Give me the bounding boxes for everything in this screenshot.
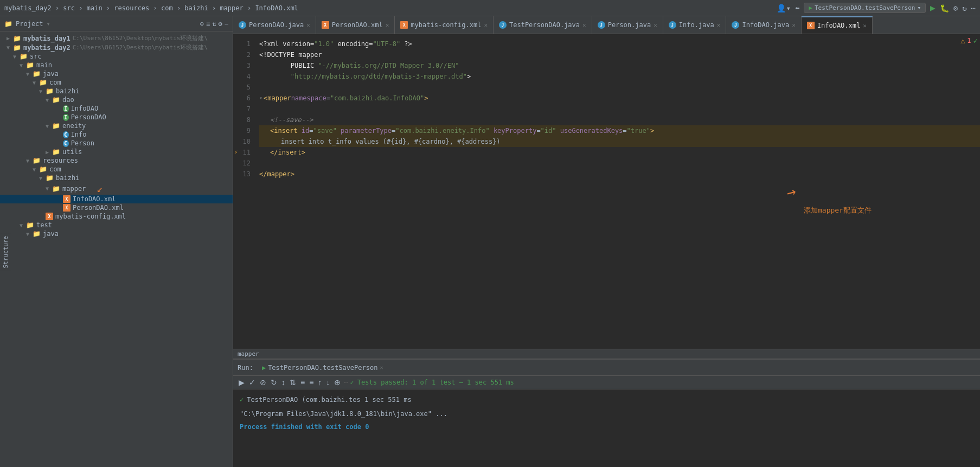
tab-close-icon[interactable]: ✕ [386,22,389,29]
tab-TestPersonDAO-java[interactable]: J TestPersonDAO.java ✕ [494,16,592,34]
sidebar-item-mybatis-config-xml[interactable]: X mybatis-config.xml [0,212,233,221]
sidebar-item-baizhi-resources[interactable]: ▼ 📁 baizhi [0,174,233,182]
tab-close-icon[interactable]: ✕ [717,22,721,29]
tab-close-icon[interactable]: ✕ [792,22,796,29]
sidebar-item-Info[interactable]: C Info [0,130,233,139]
sidebar-item-main[interactable]: ▼ 📁 main [0,61,233,69]
sidebar-item-mybatis-day2[interactable]: ▼ 📁 mybatis_day2 C:\Users\86152\Desktop\… [0,43,233,52]
tab-Info-java[interactable]: J Info.java ✕ [663,16,727,34]
sidebar-add-icon[interactable]: ⊕ [200,20,204,28]
sort-desc-button[interactable]: ⇅ [289,377,297,388]
check-icon: ✓ [350,379,354,386]
profile-icon[interactable]: 👤▾ [777,4,790,12]
line-numbers: 1 2 3 4 5 6 7 8 9 10 11 12 13 [233,34,255,349]
sidebar-item-InfoDAO[interactable]: I InfoDAO [0,104,233,113]
code-text: "http://mybatis.org/dtd/mybatis-3-mapper… [259,71,471,82]
code-line-4: "http://mybatis.org/dtd/mybatis-3-mapper… [259,71,980,82]
stop-button[interactable]: ⊘ [259,377,267,388]
title-bar: mybatis_day2 › src › main › resources › … [0,0,980,16]
run-tab-icon: ▶ [262,364,266,372]
run-separator: ⋯ [344,379,348,386]
sidebar-item-com[interactable]: ▼ 📁 com [0,78,233,87]
tab-close-icon[interactable]: ✕ [654,22,657,29]
sidebar-item-eneity[interactable]: ▼ 📁 eneity [0,121,233,130]
folder-icon: 📁 [26,61,34,69]
sidebar-dropdown[interactable]: ▾ [47,20,50,28]
sidebar-sync-icon[interactable]: ≡ [206,20,210,28]
sidebar-item-PersonDAO[interactable]: I PersonDAO [0,113,233,121]
run-button[interactable]: ▶ [238,377,246,388]
folder-icon: 📁 [52,148,60,156]
sidebar-item-src[interactable]: ▼ 📁 src [0,52,233,61]
sidebar-item-utils[interactable]: ▶ 📁 utils [0,148,233,156]
sidebar-item-com-resources[interactable]: ▼ 📁 com [0,165,233,174]
run-green-icon[interactable]: ▶ [930,3,936,13]
rerun-button[interactable]: ↻ [270,377,278,388]
sidebar-item-java-test[interactable]: ▼ 📁 java [0,229,233,238]
tab-Person-java[interactable]: J Person.java ✕ [592,16,663,34]
tree-label: java [43,230,59,238]
update-icon[interactable]: ↻ [962,4,966,12]
code-line-9: <insert id="save" parameterType="com.bai… [259,125,980,136]
run-tab-close[interactable]: ✕ [380,364,383,370]
sidebar-item-mybatis-day1[interactable]: ▶ 📁 mybatis_day1 C:\Users\86152\Desktop\… [0,34,233,43]
sidebar-item-java[interactable]: ▼ 📁 java [0,69,233,78]
settings-icon[interactable]: ⚙ [953,4,958,12]
sidebar-item-PersonDAO-xml[interactable]: X PersonDAO.xml [0,203,233,212]
sidebar-item-resources[interactable]: ▼ 📁 resources [0,156,233,165]
tab-PersonDAO-java[interactable]: J PersonDAO.java ✕ [233,16,316,34]
sidebar-item-mapper[interactable]: ▼ 📁 mapper ↙ [0,182,233,195]
run-content: ✓ TestPersonDAO (com.baizhi.tes 1 sec 55… [233,389,980,467]
sidebar-header-icons: ⊕ ≡ ⇅ ⚙ − [200,20,228,28]
folder-icon: 📁 [33,157,41,164]
tab-label: Info.java [679,21,714,29]
expand-button[interactable]: ⊕ [333,377,342,388]
back-icon[interactable]: ⬅ [795,4,799,12]
align-right-button[interactable]: ≡ [308,377,315,388]
tree-label: utils [62,148,82,156]
tree-label: Person [71,139,94,147]
debug-icon[interactable]: 🐛 [940,4,949,12]
tree-arrow: ▼ [20,222,26,228]
sidebar-sort-icon[interactable]: ⇅ [212,20,216,28]
run-config[interactable]: ▶ TestPersonDAO.testSavePerson ▾ [804,3,926,13]
folder-icon: 📁 [26,221,34,229]
up-button[interactable]: ↑ [317,377,323,388]
sidebar-item-InfoDAO-xml[interactable]: X InfoDAO.xml [0,195,233,203]
annotation-container: ↗ 添加mapper配置文件 [787,186,872,216]
code-editor[interactable]: <?xml version="1.0" encoding="UTF-8" ?> … [255,34,980,349]
sidebar-minimize-icon[interactable]: − [225,20,228,28]
tab-mybatis-config-xml[interactable]: X mybatis-config.xml ✕ [395,16,494,34]
tab-close-icon[interactable]: ✕ [484,22,488,29]
sidebar-item-test[interactable]: ▼ 📁 test [0,221,233,229]
fold-button[interactable]: ▾ [259,93,262,104]
sidebar-tree: ▶ 📁 mybatis_day1 C:\Users\86152\Desktop\… [0,31,233,467]
folder-icon: 📁 [39,165,47,173]
xml-file-icon: X [807,22,815,29]
tree-arrow: ▼ [46,97,52,103]
tab-label: PersonDAO.java [249,21,304,29]
sort-asc-button[interactable]: ↕ [280,377,286,388]
tab-InfoDAO-xml[interactable]: X InfoDAO.xml ✕ [802,16,873,34]
tab-PersonDAO-xml[interactable]: X PersonDAO.xml ✕ [316,16,395,34]
tab-close-icon[interactable]: ✕ [582,22,586,29]
tab-close-icon[interactable]: ✕ [863,22,867,29]
tab-InfoDAO-java[interactable]: J InfoDAO.java ✕ [726,16,801,34]
sidebar-item-Person[interactable]: C Person [0,139,233,148]
code-line-3: PUBLIC "-//mybatis.org//DTD Mapper 3.0//… [259,60,980,71]
sidebar-item-baizhi[interactable]: ▼ 📁 baizhi [0,87,233,95]
check-button[interactable]: ✓ [248,377,257,388]
tree-arrow: ▼ [7,44,13,50]
sidebar-gear-icon[interactable]: ⚙ [219,20,222,28]
line-num-8: 8 [233,114,255,125]
java-class-icon: C [63,140,69,147]
structure-icon[interactable]: Structure [0,234,11,271]
sidebar-item-dao[interactable]: ▼ 📁 dao [0,95,233,104]
align-left-button[interactable]: ≡ [299,377,306,388]
run-tab-TestPersonDAO[interactable]: ▶ TestPersonDAO.testSavePerson ✕ [258,362,388,374]
more-icon[interactable]: ⋯ [971,4,976,12]
sidebar-title: Project [16,20,43,28]
down-button[interactable]: ↓ [325,377,331,388]
tree-path: C:\Users\86152\Desktop\mybatis环境搭建\ [73,34,208,42]
tab-close-icon[interactable]: ✕ [306,22,310,29]
